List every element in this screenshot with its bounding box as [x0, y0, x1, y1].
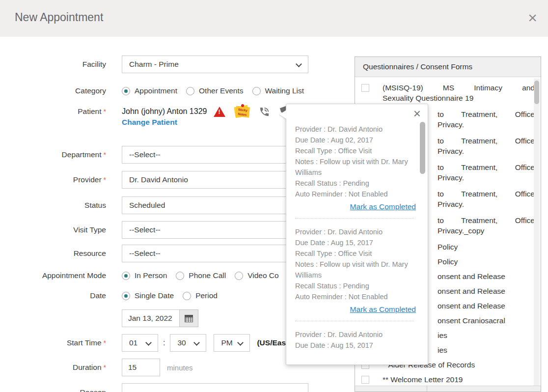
provider-select[interactable]: Dr. David Antonio — [122, 171, 308, 189]
questionnaire-item-label: (MSISQ-19) MS Intimacy andSexuality Ques… — [383, 83, 535, 103]
recall-field: Provider : Dr. David Antonio — [295, 329, 416, 340]
chevron-down-icon — [296, 61, 302, 67]
recall-field: Notes : Follow up visit with Dr. Mary Wi… — [295, 259, 416, 280]
visit-type-value: --Select-- — [129, 225, 161, 234]
radio-option[interactable]: Other Events — [186, 86, 243, 95]
recall-popup: × Provider : Dr. David AntonioDue Date :… — [286, 104, 428, 365]
start-hour-select[interactable]: 01 — [122, 334, 158, 352]
recall-field: Recall Status : Pending — [295, 280, 416, 291]
recall-field: Auto Reminder : Not Enabled — [295, 291, 416, 302]
questionnaire-item-label: ** Welcome Letter 2019 — [383, 374, 535, 385]
facility-label: Facility — [20, 60, 106, 69]
date-input-row: Jan 13, 2022 — [122, 309, 198, 327]
patient-name: John (johny) Anton 1329 — [122, 107, 207, 116]
recall-field: Recall Type : Office Visit — [295, 145, 416, 156]
date-value: Jan 13, 2022 — [128, 314, 172, 323]
radio-option[interactable]: Single Date — [122, 291, 174, 300]
duration-input[interactable]: 15 — [122, 359, 160, 376]
start-time-row: Start Time* 01 : 30 PM (US/Eas — [20, 334, 286, 352]
checkbox[interactable] — [361, 84, 369, 92]
chevron-down-icon — [145, 339, 152, 346]
panel-scrollbar-thumb[interactable] — [534, 81, 539, 104]
department-value: --Select-- — [129, 150, 161, 159]
questionnaire-item[interactable]: (MSISQ-19) MS Intimacy andSexuality Ques… — [361, 83, 535, 103]
recall-field: Notes : Follow up visit with Dr. Mary Wi… — [295, 156, 416, 178]
popup-close-icon[interactable]: × — [413, 106, 421, 121]
meridiem-value: PM — [221, 338, 232, 347]
recall-field: Due Date : Aug 15, 2017 — [295, 340, 416, 351]
radio-icon[interactable] — [235, 272, 243, 280]
timezone-text: (US/Eas — [257, 338, 286, 347]
radio-option[interactable]: Waiting List — [252, 86, 304, 95]
visit-type-select[interactable]: --Select-- — [122, 221, 308, 239]
radio-option-label: Period — [195, 291, 218, 300]
resource-row: Resource --Select-- — [20, 245, 308, 262]
recall-field: Auto Reminder : Not Enabled — [295, 189, 416, 199]
recall-entry: Provider : Dr. David AntonioDue Date : A… — [295, 329, 416, 351]
dotted-divider — [295, 321, 414, 321]
popup-scrollbar-thumb[interactable] — [420, 122, 425, 174]
provider-value: Dr. David Antonio — [129, 175, 188, 184]
department-select[interactable]: --Select-- — [122, 146, 308, 164]
required-marker: * — [104, 364, 106, 371]
patient-row: Patient* John (johny) Anton 1329 Sticky … — [20, 104, 270, 119]
facility-value: Charm - Prime — [129, 60, 179, 69]
phone-icon[interactable] — [259, 106, 270, 117]
calendar-button[interactable] — [180, 309, 198, 327]
category-radio-group: AppointmentOther EventsWaiting List — [122, 86, 313, 95]
patient-label: Patient* — [20, 107, 106, 116]
recall-entry: Provider : Dr. David AntonioDue Date : A… — [295, 124, 416, 211]
change-patient-row: Change Patient — [122, 118, 177, 127]
panel-scrollbar[interactable] — [534, 79, 540, 387]
radio-option-label: Appointment — [135, 86, 177, 95]
reason-input[interactable] — [122, 383, 308, 392]
radio-icon[interactable] — [122, 292, 130, 300]
radio-icon[interactable] — [183, 292, 191, 300]
radio-icon[interactable] — [252, 87, 261, 95]
radio-option-label: Phone Call — [189, 271, 226, 280]
radio-option-label: Video Co — [247, 271, 278, 280]
start-minute-select[interactable]: 30 — [170, 334, 206, 352]
radio-option[interactable]: Period — [183, 291, 218, 300]
page-title: New Appointment — [15, 11, 103, 24]
questionnaire-item[interactable]: ** Welcome Letter 2019 — [361, 374, 535, 385]
radio-option-label: Single Date — [135, 291, 174, 300]
visit-type-label: Visit Type — [20, 225, 106, 234]
recall-field: Recall Status : Pending — [295, 178, 416, 189]
radio-icon[interactable] — [122, 87, 130, 95]
mark-as-completed-link[interactable]: Mark as Completed — [350, 305, 416, 313]
date-label: Date — [20, 291, 106, 300]
date-input[interactable]: Jan 13, 2022 — [122, 309, 180, 327]
radio-option[interactable]: Phone Call — [176, 271, 226, 280]
meridiem-select[interactable]: PM — [214, 334, 250, 352]
chevron-down-icon — [194, 339, 200, 346]
radio-option[interactable]: In Person — [122, 271, 167, 280]
popup-callout-tail — [279, 110, 286, 119]
duration-value: 15 — [128, 363, 137, 372]
radio-option[interactable]: Appointment — [122, 86, 177, 95]
date-row: Date Single DatePeriod — [20, 291, 226, 300]
facility-row: Facility Charm - Prime — [20, 56, 308, 73]
radio-icon[interactable] — [176, 272, 184, 280]
mark-as-completed-link[interactable]: Mark as Completed — [350, 202, 416, 211]
appointment-mode-radio-group: In PersonPhone CallVideo Co — [122, 271, 288, 280]
resource-select[interactable]: --Select-- — [122, 245, 308, 262]
radio-icon[interactable] — [186, 87, 194, 95]
recall-field: Provider : Dr. David Antonio — [295, 226, 416, 237]
checkbox[interactable] — [361, 376, 369, 384]
facility-select[interactable]: Charm - Prime — [122, 56, 308, 73]
close-icon[interactable]: × — [528, 9, 537, 27]
change-patient-link[interactable]: Change Patient — [122, 118, 177, 127]
calendar-icon — [185, 315, 193, 322]
reason-label: Reason — [20, 383, 106, 392]
status-select[interactable]: Scheduled — [122, 196, 308, 214]
department-label: Department* — [20, 150, 106, 159]
alert-warning-icon[interactable] — [214, 107, 225, 117]
start-minute-value: 30 — [177, 338, 186, 347]
questionnaires-panel-title: Questionnaires / Consent Forms — [355, 57, 541, 77]
duration-row: Duration* 15 minutes — [20, 359, 193, 376]
sticky-notes-icon[interactable]: Sticky Notes — [233, 104, 251, 119]
radio-option[interactable]: Video Co — [235, 271, 278, 280]
radio-icon[interactable] — [122, 272, 130, 280]
resource-value: --Select-- — [129, 249, 161, 258]
